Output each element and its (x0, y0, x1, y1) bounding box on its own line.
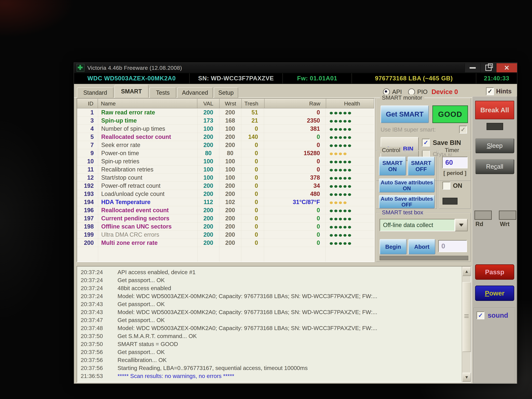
minimize-button[interactable] (465, 63, 481, 72)
table-cell: 140 (241, 133, 264, 141)
table-cell (325, 174, 374, 182)
passp-button[interactable]: Passp (475, 264, 514, 280)
table-cell (325, 182, 374, 190)
table-cell: 200 (197, 190, 219, 198)
header-health[interactable]: Health (326, 99, 374, 108)
header-name[interactable]: Name (98, 99, 197, 108)
header-val[interactable]: VAL (197, 99, 220, 108)
table-cell (325, 149, 374, 157)
table-row[interactable]: 198Offline scan UNC sectors20020000 (77, 222, 374, 231)
header-wrst[interactable]: Wrst (220, 99, 242, 108)
table-cell: Reallocated sector count (98, 133, 197, 141)
log-timestamp: 20:37:56 (77, 365, 108, 371)
save-bin-checkbox[interactable] (422, 139, 430, 146)
sound-checkbox[interactable] (477, 311, 484, 319)
scroll-down-button[interactable]: ▼ (462, 373, 471, 382)
table-row[interactable]: 194HDA Temperature112102031°C/87°F (77, 198, 374, 206)
table-cell: 112 (197, 198, 219, 206)
get-smart-button[interactable]: Get SMART (380, 105, 429, 123)
smart-on-button[interactable]: SMART ON (379, 157, 406, 176)
recall-button[interactable]: Recall (475, 159, 514, 174)
abort-button[interactable]: Abort (408, 239, 435, 254)
sleep-button[interactable]: Sleep (475, 138, 514, 153)
header-tresh[interactable]: Tresh (242, 99, 265, 108)
table-row[interactable]: 196Reallocated event count20020000 (77, 206, 374, 214)
header-raw[interactable]: Raw (265, 99, 326, 108)
chevron-down-icon (459, 224, 463, 227)
scroll-up-button[interactable]: ▲ (462, 267, 471, 276)
table-row[interactable]: 9Power-on time8080015280 (77, 149, 374, 157)
drive-firmware[interactable]: Fw: 01.01A01 (283, 73, 352, 83)
table-header-row: ID Name VAL Wrst Tresh Raw Health (77, 99, 374, 108)
break-all-button[interactable]: Break All (475, 101, 514, 119)
log-line: 20:37:24Get passport... OK (77, 276, 471, 284)
table-cell: 198 (77, 222, 98, 230)
title-bar: Victoria 4.46b Freeware (12.08.2008) ✕ (74, 63, 517, 73)
test-select[interactable]: Off-line data collect (380, 219, 468, 231)
tab-setup[interactable]: Setup (214, 87, 238, 98)
tab-smart[interactable]: SMART (114, 85, 148, 98)
table-cell: 100 (219, 165, 241, 173)
table-cell: 0 (241, 231, 264, 239)
table-cell: 0 (264, 165, 325, 173)
table-cell: Power-on time (98, 149, 197, 157)
table-cell: 80 (197, 149, 219, 157)
table-row[interactable]: 11Recalibration retries10010000 (77, 165, 374, 174)
timer-on-label: ON (453, 182, 462, 189)
table-row[interactable]: 3Spin-up time173168212350 (77, 117, 374, 125)
table-cell: 102 (219, 198, 241, 206)
tab-standard[interactable]: Standard (77, 87, 114, 98)
hints-checkbox[interactable] (486, 87, 494, 95)
table-cell: 31°C/87°F (264, 198, 325, 206)
header-id[interactable]: ID (77, 99, 98, 108)
auto-save-on-button[interactable]: Auto Save attributes ON (379, 178, 435, 192)
table-cell: 200 (219, 214, 241, 222)
column-separator (325, 108, 326, 262)
auto-save-off-button[interactable]: Auto Save attributes OFF (379, 195, 435, 209)
drive-serial[interactable]: SN: WD-WCC3F7PAXZVE (190, 73, 283, 83)
ibm-smart-checkbox[interactable] (459, 126, 467, 133)
table-row[interactable]: 193Load/unload cycle count2002000480 (77, 190, 374, 198)
table-cell (325, 108, 374, 116)
timer-period-input[interactable]: 60 (442, 157, 468, 168)
table-cell: HDA Temperature (98, 198, 197, 206)
scrollbar-thumb[interactable] (462, 282, 471, 352)
begin-button[interactable]: Begin (380, 239, 407, 254)
table-row[interactable]: 199Ultra DMA CRC errors20020000 (77, 231, 374, 239)
table-row[interactable]: 192Power-off retract count200200034 (77, 182, 374, 190)
drive-model[interactable]: WDC WD5003AZEX-00MK2A0 (74, 73, 190, 83)
table-row[interactable]: 5Reallocated sector count2002001400 (77, 133, 374, 141)
health-dots-ok (330, 190, 353, 197)
table-row[interactable]: 1Raw read error rate200200510 (77, 108, 374, 117)
drive-capacity[interactable]: 976773168 LBA (~465 GB) (352, 73, 476, 83)
tab-advanced[interactable]: Advanced (177, 87, 213, 98)
table-cell: 200 (197, 182, 219, 190)
table-row[interactable]: 197Current pending sectors20020000 (77, 214, 374, 222)
test-select-button[interactable] (455, 219, 468, 231)
timer-on-checkbox[interactable] (443, 182, 450, 190)
table-cell: Current pending sectors (98, 214, 197, 222)
table-cell: Ultra DMA CRC errors (98, 231, 197, 239)
table-cell: 51 (241, 108, 264, 116)
write-led (499, 211, 516, 220)
table-row[interactable]: 200Multi zone error rate20020000 (77, 239, 374, 247)
maximize-button[interactable] (481, 63, 496, 72)
table-cell (325, 206, 374, 214)
table-row[interactable]: 7Seek error rate20020000 (77, 141, 374, 149)
table-row[interactable]: 12Start/stop count1001000378 (77, 174, 374, 182)
tab-tests[interactable]: Tests (149, 87, 176, 98)
table-cell (325, 198, 374, 206)
sound-label: sound (488, 311, 508, 319)
window-title: Victoria 4.46b Freeware (12.08.2008) (87, 65, 182, 71)
table-row[interactable]: 4Number of spin-up times1001000381 (77, 125, 374, 133)
table-cell: 0 (241, 182, 264, 190)
smart-off-button[interactable]: SMART OFF (408, 157, 435, 176)
close-button[interactable]: ✕ (496, 63, 517, 72)
table-cell (325, 133, 374, 141)
table-cell: 15280 (264, 149, 325, 157)
device-indicator: Device 0 (431, 88, 458, 95)
table-row[interactable]: 10Spin-up retries10010000 (77, 157, 374, 165)
table-cell: 0 (241, 222, 264, 230)
log-scrollbar[interactable]: ▲ ▼ (462, 266, 471, 382)
power-button[interactable]: Power (475, 285, 514, 301)
